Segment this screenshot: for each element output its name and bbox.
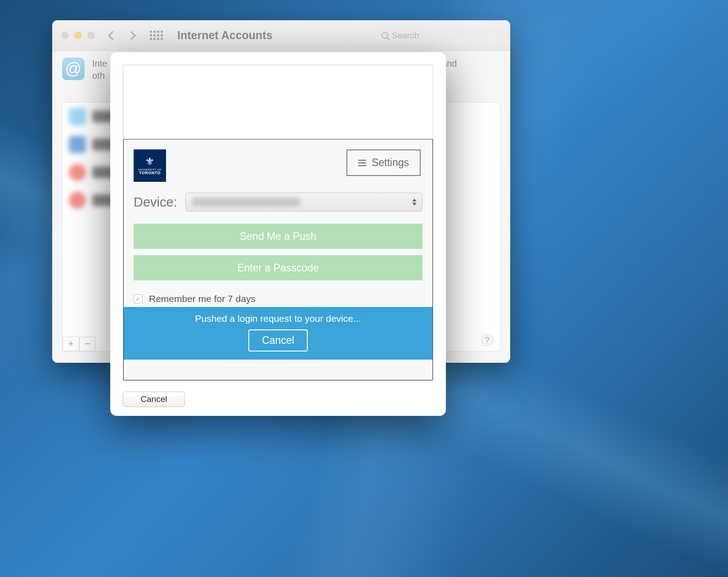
back-button[interactable]	[108, 31, 117, 40]
window-title: Internet Accounts	[177, 29, 273, 42]
remember-me-checkbox[interactable]: ✓	[134, 294, 143, 303]
crest-icon: ⚜	[145, 156, 155, 167]
enter-passcode-button[interactable]: Enter a Passcode	[134, 255, 422, 280]
nav-arrows	[109, 32, 135, 39]
minimize-window-button[interactable]	[74, 32, 82, 39]
status-text: Pushed a login request to your device...	[195, 313, 361, 324]
send-push-button[interactable]: Send Me a Push	[134, 224, 422, 249]
traffic-lights	[61, 32, 95, 39]
device-select[interactable]	[185, 193, 422, 212]
cancel-push-button[interactable]: Cancel	[248, 329, 308, 352]
cancel-button[interactable]: Cancel	[123, 392, 185, 407]
search-placeholder: Search	[392, 31, 419, 41]
remove-account-button[interactable]: −	[79, 337, 96, 351]
duo-top-space	[123, 65, 433, 139]
close-window-button[interactable]	[61, 32, 69, 39]
remember-me-label: Remember me for 7 days	[149, 293, 256, 304]
help-button[interactable]: ?	[481, 334, 494, 347]
duo-frame: ⚜ UNIVERSITY OF TORONTO Settings Device:	[123, 139, 433, 380]
settings-label: Settings	[372, 157, 409, 169]
chevron-updown-icon	[412, 199, 417, 206]
auth-modal-sheet: ⚜ UNIVERSITY OF TORONTO Settings Device:	[110, 52, 446, 416]
university-of-toronto-logo: ⚜ UNIVERSITY OF TORONTO	[134, 149, 166, 182]
forward-button[interactable]	[127, 31, 136, 40]
show-all-icon[interactable]	[150, 31, 163, 40]
search-icon	[382, 32, 388, 39]
menu-icon	[358, 160, 366, 166]
zoom-window-button[interactable]	[87, 32, 95, 39]
device-value-obscured	[192, 198, 300, 207]
titlebar: Internet Accounts Search	[52, 20, 510, 51]
add-account-button[interactable]: +	[63, 337, 79, 351]
settings-button[interactable]: Settings	[346, 149, 421, 176]
status-banner: Pushed a login request to your device...…	[124, 307, 432, 360]
device-label: Device:	[134, 195, 177, 210]
internet-accounts-icon: @	[62, 58, 85, 80]
duo-outer-container: ⚜ UNIVERSITY OF TORONTO Settings Device:	[123, 65, 433, 381]
search-input[interactable]: Search	[376, 27, 501, 44]
